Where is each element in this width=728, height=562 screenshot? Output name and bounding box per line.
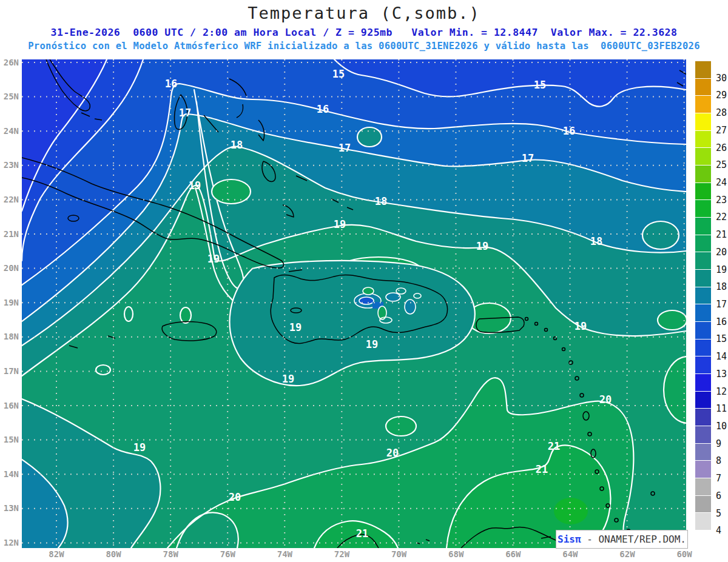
colorbar-cell-1 <box>695 79 711 96</box>
colorbar-cell-17 <box>695 356 711 374</box>
lon-label-70W: 70W <box>386 549 413 559</box>
weather-map-page: Temperatura (C,somb.) 31-Ene-2026 0600 U… <box>0 0 728 562</box>
colorbar-cell-25 <box>695 496 711 513</box>
colorbar-tick-18: 18 <box>716 281 727 292</box>
colorbar-tick-19: 19 <box>716 264 727 275</box>
colorbar-cell-5 <box>695 148 711 166</box>
colorbar-tick-11: 11 <box>716 403 727 414</box>
lon-label-68W: 68W <box>443 549 470 559</box>
colorbar-tick-9: 9 <box>716 438 721 449</box>
colorbar-tick-10: 10 <box>716 421 727 432</box>
subtitle-model-info: Pronóstico con el Modelo Atmósferico WRF… <box>0 41 728 52</box>
lat-label-25N: 25N <box>0 92 19 101</box>
lat-label-19N: 19N <box>0 298 19 307</box>
lon-label-80W: 80W <box>100 549 127 559</box>
colorbar-tick-16: 16 <box>716 316 727 327</box>
colorbar-cell-19 <box>695 392 711 409</box>
colorbar-cell-4 <box>695 131 711 149</box>
lon-label-78W: 78W <box>157 549 184 559</box>
colorbar-cell-2 <box>695 96 711 113</box>
lon-label-66W: 66W <box>500 549 527 559</box>
colorbar-cell-9 <box>695 218 711 235</box>
lat-label-20N: 20N <box>0 263 19 273</box>
colorbar-tick-23: 23 <box>716 195 727 206</box>
colorbar-cell-16 <box>695 340 711 357</box>
lon-label-72W: 72W <box>329 549 356 559</box>
colorbar-tick-26: 26 <box>716 142 727 153</box>
lat-label-24N: 24N <box>0 126 19 136</box>
lon-label-60W: 60W <box>671 549 698 559</box>
subtitle-validtime: 31-Ene-2026 0600 UTC / 2:00 am Hora Loca… <box>0 27 728 38</box>
lat-label-22N: 22N <box>0 195 19 204</box>
lat-label-21N: 21N <box>0 229 19 239</box>
colorbar-tick-13: 13 <box>716 369 727 380</box>
watermark-text: - ONAMET/REP.DOM. <box>581 534 686 545</box>
colorbar-tick-17: 17 <box>716 299 727 310</box>
watermark-brand: Sisπ <box>558 534 581 545</box>
colorbar-tick-12: 12 <box>716 386 727 397</box>
colorbar-cell-8 <box>695 200 711 218</box>
colorbar-tick-6: 6 <box>716 490 721 501</box>
colorbar-cell-10 <box>695 235 711 253</box>
lat-label-15N: 15N <box>0 435 19 444</box>
colorbar-cell-11 <box>695 252 711 270</box>
colorbar-cell-26 <box>695 513 711 530</box>
lon-label-74W: 74W <box>271 549 298 559</box>
colorbar-tick-21: 21 <box>716 229 727 240</box>
colorbar-cell-24 <box>695 478 711 496</box>
lat-label-12N: 12N <box>0 538 19 547</box>
warm-blob-right-edge-small <box>658 310 686 330</box>
colorbar-cell-27 <box>695 530 711 548</box>
colorbar-tick-14: 14 <box>716 351 727 362</box>
colorbar-cell-6 <box>695 166 711 183</box>
colorbar-tick-15: 15 <box>716 333 727 344</box>
colorbar-cell-12 <box>695 270 711 287</box>
warm-blob-north-cuba <box>212 179 251 204</box>
cold-core-4 <box>386 293 400 301</box>
colorbar-cell-23 <box>695 461 711 478</box>
colorbar-cell-21 <box>695 426 711 444</box>
colorbar-tick-7: 7 <box>716 473 721 484</box>
lon-label-62W: 62W <box>614 549 641 559</box>
colorbar-tick-22: 22 <box>716 212 727 222</box>
band-22-patch <box>554 498 588 524</box>
watermark-badge: Sisπ - ONAMET/REP.DOM. <box>556 530 688 549</box>
colorbar-tick-5: 5 <box>716 508 721 519</box>
lat-label-17N: 17N <box>0 366 19 376</box>
colorbar-cell-18 <box>695 374 711 392</box>
colorbar-cell-22 <box>695 444 711 461</box>
colorbar-tick-27: 27 <box>716 125 727 136</box>
lat-label-16N: 16N <box>0 401 19 410</box>
colorbar-cell-0 <box>695 61 711 79</box>
lat-label-14N: 14N <box>0 469 19 479</box>
cold-core-2 <box>359 297 374 304</box>
lat-label-13N: 13N <box>0 503 19 513</box>
colorbar-tick-30: 30 <box>716 73 727 84</box>
colorbar-tick-28: 28 <box>716 107 727 118</box>
warm-dot-midleft <box>180 307 191 323</box>
colorbar-cell-14 <box>695 304 711 322</box>
warm-core-2 <box>363 287 374 295</box>
lon-label-64W: 64W <box>557 549 584 559</box>
colorbar-tick-29: 29 <box>716 90 727 101</box>
lat-label-18N: 18N <box>0 332 19 341</box>
colorbar-cell-20 <box>695 409 711 426</box>
colorbar-tick-20: 20 <box>716 247 727 258</box>
colorbar-tick-8: 8 <box>716 455 721 466</box>
lon-label-82W: 82W <box>43 549 70 559</box>
colorbar-cell-15 <box>695 322 711 340</box>
colorbar-tick-24: 24 <box>716 177 727 188</box>
map-plot-area: 1515161616171717181818191919191919191919… <box>22 59 686 548</box>
cold-core-5 <box>405 299 416 314</box>
colorbar-cell-3 <box>695 113 711 131</box>
lat-label-26N: 26N <box>0 58 19 67</box>
colorbar-cell-7 <box>695 183 711 201</box>
temperature-map-canvas <box>22 59 686 548</box>
lat-label-23N: 23N <box>0 160 19 170</box>
colorbar-tick-25: 25 <box>716 159 727 170</box>
warm-blob-south-hispaniola <box>386 416 416 436</box>
lon-label-76W: 76W <box>214 549 241 559</box>
cool-blob-in-band <box>357 127 382 147</box>
page-title: Temperatura (C,somb.) <box>0 4 728 22</box>
cool-ring-topright <box>642 221 679 249</box>
